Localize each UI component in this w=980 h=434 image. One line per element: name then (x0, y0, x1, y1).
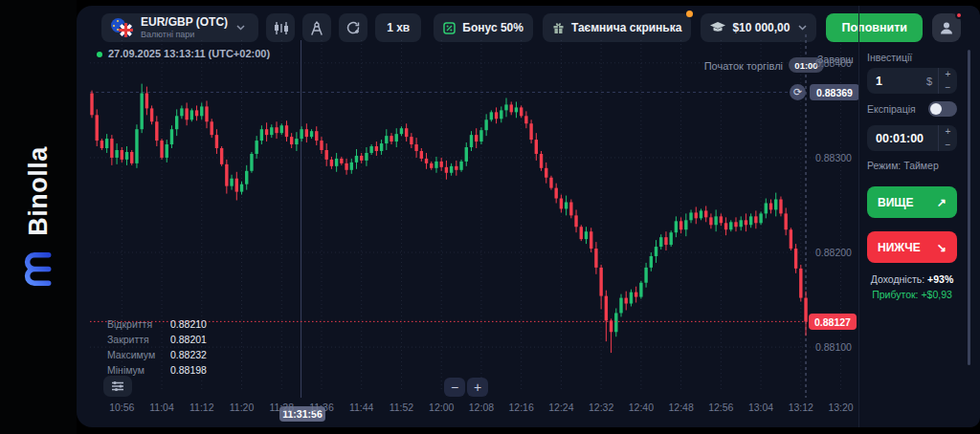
candle (740, 220, 743, 227)
x-axis-tick-label: 13:20 (820, 401, 862, 413)
x-axis-tick-label: 12:32 (580, 401, 622, 413)
current-price-badge: 0.88127 (809, 314, 857, 330)
candle (664, 237, 667, 245)
candle (610, 320, 612, 332)
x-axis-tick-label: 11:12 (181, 401, 223, 413)
candle (614, 313, 617, 332)
candle (330, 160, 333, 166)
candle (315, 131, 318, 141)
candlestick-chart[interactable] (77, 6, 980, 427)
candle (135, 129, 138, 163)
investment-value: 1 (876, 75, 926, 88)
ohlc-legend: Відкриття0.88210 Закриття0.88201 Максиму… (107, 318, 207, 380)
candle (720, 216, 723, 223)
candle (125, 152, 128, 160)
chart-settings-button[interactable] (103, 376, 132, 397)
panel-divider (858, 6, 859, 427)
candle (310, 131, 313, 137)
arrow-up-right-icon: ↗ (937, 196, 947, 209)
candle (105, 139, 108, 148)
candle (745, 220, 747, 225)
candle (639, 283, 642, 297)
candlestick-series (90, 84, 807, 353)
candle (205, 106, 208, 121)
panel-scrollbar[interactable] (968, 50, 970, 365)
x-axis-tick-label: 11:36 (301, 401, 343, 413)
investment-input[interactable]: 1 $ + − (867, 68, 957, 94)
candle (784, 213, 787, 229)
higher-label: ВИЩЕ (878, 196, 914, 209)
candle (605, 296, 608, 321)
candle (619, 298, 622, 314)
higher-button[interactable]: ВИЩЕ ↗ (867, 186, 957, 218)
candle (100, 141, 103, 148)
candle (659, 237, 662, 247)
candle (794, 249, 797, 269)
candle (350, 163, 353, 170)
candle (520, 107, 523, 116)
expiration-increase-button[interactable]: + (939, 125, 957, 139)
lower-label: НИЖЧЕ (878, 241, 921, 254)
open-label: Відкриття (107, 318, 170, 330)
candle (445, 167, 448, 173)
brand-rail: Binolla (0, 0, 77, 434)
expiration-toggle[interactable] (928, 101, 957, 117)
candle (369, 146, 372, 153)
candle (599, 268, 602, 296)
expiration-decrease-button[interactable]: − (939, 139, 957, 152)
candle (140, 94, 143, 130)
candle (540, 154, 543, 168)
y-axis-tick-label: 0.88400 (815, 57, 852, 69)
candle (524, 116, 527, 123)
candle (765, 203, 768, 213)
candle (644, 268, 647, 283)
payout-stat: Доходність: +93% (867, 273, 957, 285)
expiration-input[interactable]: 00:01:00 + − (867, 125, 957, 151)
timer-mode-label: Режим: Таймер (867, 160, 957, 171)
price-alert-icon[interactable]: ⟳ (790, 84, 806, 100)
zoom-out-button[interactable]: − (444, 378, 465, 397)
x-axis-tick-label: 11:04 (141, 401, 183, 413)
candle (650, 256, 653, 268)
payout-value: +93% (927, 273, 953, 285)
candle (340, 159, 343, 163)
candle (300, 129, 302, 139)
candle (190, 110, 193, 119)
candle (150, 108, 153, 121)
candle (560, 199, 563, 209)
candle (320, 141, 323, 150)
x-axis-tick-label: 12:16 (501, 401, 543, 413)
candle (684, 220, 687, 229)
candle (689, 212, 692, 220)
investment-decrease-button[interactable]: − (939, 81, 957, 95)
high-label: Максимум (107, 349, 170, 360)
close-value: 0.88201 (170, 334, 207, 345)
candle (160, 141, 163, 158)
candle (455, 166, 457, 170)
candle (250, 154, 253, 171)
candle (790, 229, 792, 249)
candle (495, 112, 498, 119)
binolla-logo-icon (23, 251, 54, 288)
investment-increase-button[interactable]: + (939, 68, 957, 81)
candle (774, 200, 777, 210)
candle (504, 104, 507, 110)
lower-button[interactable]: НИЖЧЕ ↘ (867, 231, 957, 263)
candle (245, 171, 248, 184)
candle (410, 137, 412, 144)
candle (549, 178, 552, 188)
candle (145, 94, 148, 109)
toggle-knob (930, 103, 942, 115)
alert-price-badge[interactable]: 0.88369 (810, 84, 859, 100)
zoom-in-button[interactable]: + (467, 378, 488, 397)
candle (799, 269, 802, 298)
candle (700, 210, 702, 218)
brand-wordmark: Binolla (24, 146, 54, 236)
candle (675, 221, 678, 232)
candle (569, 202, 572, 215)
candle (290, 137, 293, 144)
candle (554, 188, 557, 199)
y-axis-tick-label: 0.88200 (815, 247, 852, 258)
arrow-down-right-icon: ↘ (937, 241, 947, 254)
candle (574, 215, 577, 227)
